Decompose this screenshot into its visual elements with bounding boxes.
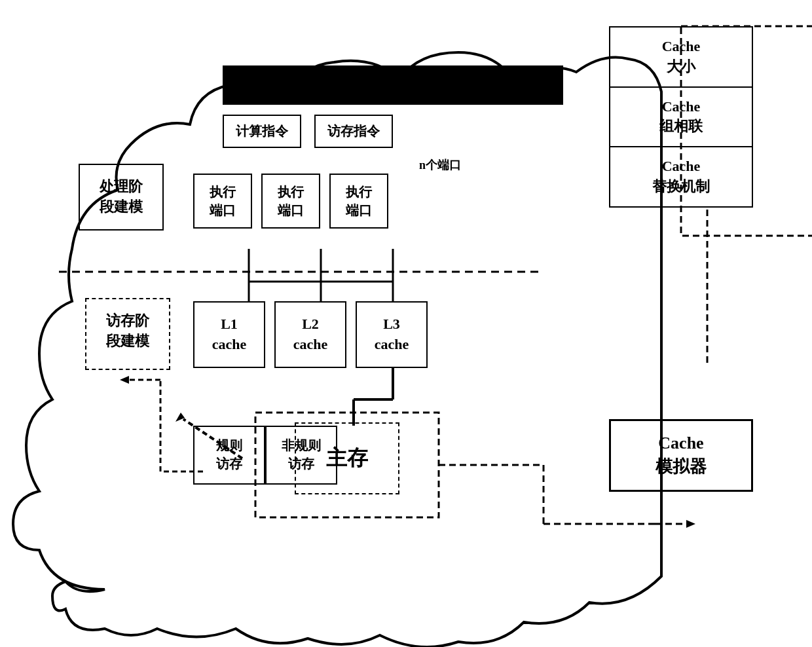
- calc-instruction-box: 计算指令: [223, 115, 301, 148]
- cache-replace-item: Cache替换机制: [610, 147, 752, 206]
- mem-instruction-label: 访存指令: [327, 124, 380, 138]
- l2-cache-label: L2cache: [293, 316, 328, 352]
- cache-config-panel: Cache大小 Cache组相联 Cache替换机制: [609, 26, 753, 208]
- l3-cache-label: L3cache: [375, 316, 409, 352]
- l1-cache-label: L1cache: [212, 316, 247, 352]
- cache-simulator-box: Cache模拟器: [609, 419, 753, 492]
- exec-port-3: 执行端口: [329, 174, 388, 229]
- processing-stage-label: 处理阶段建模: [100, 178, 143, 215]
- exec-port-2: 执行端口: [261, 174, 320, 229]
- cache-config-box: Cache大小 Cache组相联 Cache替换机制: [609, 26, 753, 208]
- regular-mem-label: 规则访存: [216, 438, 242, 471]
- cache-assoc-item: Cache组相联: [610, 88, 752, 148]
- l2-cache-box: L2cache: [274, 301, 346, 368]
- processing-stage-box: 处理阶段建模: [79, 164, 164, 231]
- main-memory-label: 主存: [326, 444, 368, 473]
- n-ports-label: n个端口: [419, 157, 461, 173]
- instruction-row: 计算指令 访存指令: [223, 115, 393, 148]
- memory-stage-label: 访存阶段建模: [106, 312, 149, 349]
- main-memory-area: 主存: [275, 422, 399, 494]
- l1-cache-box: L1cache: [193, 301, 265, 368]
- l3-cache-box: L3cache: [356, 301, 428, 368]
- cache-simulator-label: Cache模拟器: [655, 434, 707, 476]
- cache-size-item: Cache大小: [610, 28, 752, 88]
- main-memory-box: 主存: [295, 422, 399, 494]
- regular-mem-box: 规则访存: [193, 426, 265, 485]
- svg-marker-23: [175, 413, 185, 422]
- svg-marker-16: [686, 520, 695, 528]
- mem-instruction-box: 访存指令: [314, 115, 393, 148]
- memory-stage-box: 访存阶段建模: [85, 298, 170, 370]
- main-container: 处理阶段建模 计算指令 访存指令 n个端口 执行端口 执行端口 执行端口 访存阶…: [0, 0, 812, 647]
- svg-marker-21: [120, 376, 129, 384]
- calc-instruction-label: 计算指令: [236, 124, 288, 138]
- processing-stage-area: 处理阶段建模: [79, 164, 164, 231]
- exec-ports-row: 执行端口 执行端口 执行端口: [193, 174, 388, 229]
- memory-stage-area: 访存阶段建模: [85, 298, 170, 370]
- cache-simulator-panel: Cache模拟器: [609, 367, 753, 492]
- exec-port-1: 执行端口: [193, 174, 252, 229]
- title-bar: [223, 65, 563, 105]
- cache-boxes-row: L1cache L2cache L3cache: [193, 301, 428, 368]
- title-bar-area: [164, 65, 563, 118]
